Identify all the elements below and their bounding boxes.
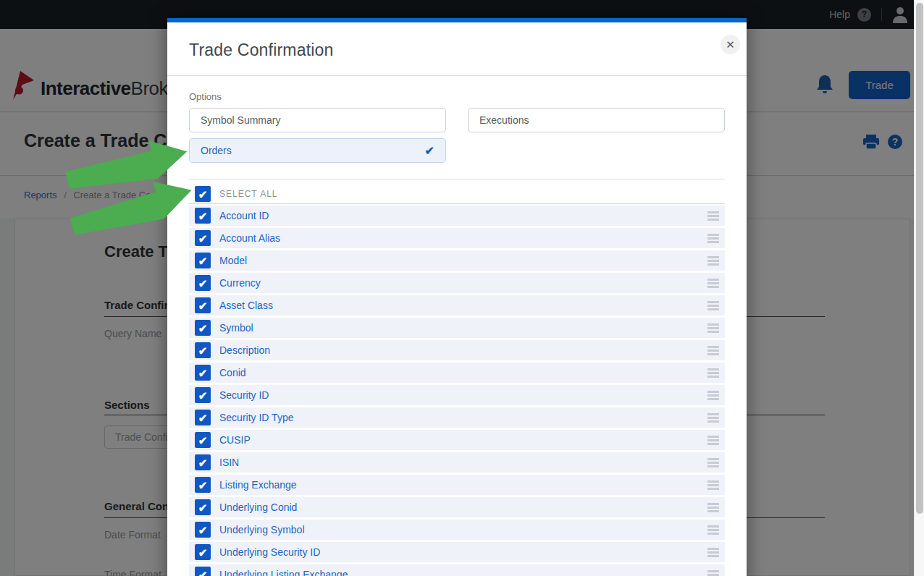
trade-confirmation-modal: Trade Confirmation ✕ Options Symbol Summ… bbox=[167, 18, 747, 576]
field-label[interactable]: Model bbox=[219, 255, 247, 266]
field-row: ✔Listing Exchange bbox=[189, 475, 725, 495]
divider bbox=[189, 179, 725, 179]
field-checkbox[interactable]: ✔ bbox=[195, 275, 211, 291]
check-icon: ✔ bbox=[198, 300, 208, 311]
field-checkbox[interactable]: ✔ bbox=[195, 253, 211, 268]
select-all-checkbox[interactable]: ✔ bbox=[195, 186, 211, 202]
field-row: ✔Asset Class bbox=[189, 295, 725, 315]
drag-handle-icon[interactable] bbox=[707, 433, 719, 448]
field-row: ✔CUSIP bbox=[189, 430, 725, 450]
drag-handle-icon[interactable] bbox=[707, 545, 719, 560]
options-label: Options bbox=[189, 91, 222, 102]
close-icon[interactable]: ✕ bbox=[721, 35, 740, 54]
field-checkbox[interactable]: ✔ bbox=[195, 320, 211, 336]
check-icon: ✔ bbox=[198, 502, 208, 513]
field-checkbox[interactable]: ✔ bbox=[195, 297, 211, 313]
option-symbol-summary[interactable]: Symbol Summary bbox=[189, 108, 446, 132]
field-checkbox[interactable]: ✔ bbox=[195, 477, 211, 493]
option-executions[interactable]: Executions bbox=[468, 108, 725, 132]
option-orders[interactable]: Orders✔ bbox=[189, 138, 446, 163]
drag-handle-icon[interactable] bbox=[707, 276, 719, 291]
field-label[interactable]: Security ID Type bbox=[219, 412, 293, 423]
modal-title: Trade Confirmation bbox=[189, 41, 334, 60]
field-checkbox[interactable]: ✔ bbox=[195, 410, 211, 425]
field-checkbox[interactable]: ✔ bbox=[195, 208, 211, 224]
field-checkbox[interactable]: ✔ bbox=[195, 365, 211, 381]
field-checkbox[interactable]: ✔ bbox=[195, 544, 211, 560]
field-label[interactable]: Underlying Security ID bbox=[219, 546, 320, 558]
field-label[interactable]: Currency bbox=[219, 277, 261, 289]
field-label[interactable]: CUSIP bbox=[219, 434, 251, 446]
drag-handle-icon[interactable] bbox=[707, 455, 719, 470]
field-label[interactable]: Account Alias bbox=[219, 232, 280, 244]
field-row: ✔Account Alias bbox=[189, 228, 725, 248]
drag-handle-icon[interactable] bbox=[707, 253, 719, 268]
divider bbox=[167, 75, 747, 76]
drag-handle-icon[interactable] bbox=[707, 410, 719, 425]
field-label[interactable]: Asset Class bbox=[219, 300, 273, 311]
select-all-label: SELECT ALL bbox=[219, 189, 278, 199]
field-checkbox[interactable]: ✔ bbox=[195, 522, 211, 538]
drag-handle-icon[interactable] bbox=[707, 522, 719, 538]
field-row: ✔Security ID Type bbox=[189, 407, 725, 428]
check-icon: ✔ bbox=[198, 547, 208, 558]
field-label[interactable]: Underlying Conid bbox=[219, 501, 297, 513]
drag-handle-icon[interactable] bbox=[707, 321, 719, 336]
scrollbar-thumb[interactable] bbox=[916, 3, 923, 514]
check-icon: ✔ bbox=[198, 233, 208, 244]
field-label[interactable]: Security ID bbox=[219, 389, 269, 401]
field-label[interactable]: Conid bbox=[219, 367, 246, 378]
drag-handle-icon[interactable] bbox=[707, 208, 719, 224]
field-label[interactable]: Symbol bbox=[219, 322, 253, 334]
option-label: Symbol Summary bbox=[201, 114, 280, 126]
field-row: ✔Underlying Security ID bbox=[189, 542, 725, 562]
field-label[interactable]: Underlying Symbol bbox=[219, 524, 305, 535]
check-icon: ✔ bbox=[198, 189, 208, 200]
field-label[interactable]: Underlying Listing Exchange bbox=[219, 569, 348, 576]
check-icon: ✔ bbox=[198, 412, 208, 423]
divider bbox=[189, 203, 725, 204]
field-row: ✔Security ID bbox=[189, 385, 725, 405]
field-checkbox[interactable]: ✔ bbox=[195, 432, 211, 448]
field-label[interactable]: ISIN bbox=[219, 457, 239, 468]
check-icon: ✔ bbox=[198, 211, 208, 221]
field-checkbox[interactable]: ✔ bbox=[195, 387, 211, 403]
drag-handle-icon[interactable] bbox=[707, 298, 719, 313]
field-list: ✔Account ID✔Account Alias✔Model✔Currency… bbox=[189, 206, 725, 576]
options-group: Symbol SummaryExecutionsOrders✔ bbox=[189, 108, 725, 163]
scrollbar-track[interactable] bbox=[914, 0, 924, 576]
check-icon: ✔ bbox=[198, 390, 208, 401]
field-row: ✔ISIN bbox=[189, 452, 725, 473]
field-checkbox[interactable]: ✔ bbox=[195, 499, 211, 515]
drag-handle-icon[interactable] bbox=[707, 343, 719, 358]
check-icon: ✔ bbox=[198, 345, 208, 356]
drag-handle-icon[interactable] bbox=[707, 388, 719, 403]
field-row: ✔Currency bbox=[189, 273, 725, 293]
check-icon: ✔ bbox=[198, 368, 208, 378]
field-label[interactable]: Listing Exchange bbox=[219, 479, 297, 491]
field-row: ✔Symbol bbox=[189, 318, 725, 338]
drag-handle-icon[interactable] bbox=[707, 478, 719, 493]
field-row: ✔Underlying Symbol bbox=[189, 520, 725, 540]
field-checkbox[interactable]: ✔ bbox=[195, 567, 211, 576]
field-row: ✔Underlying Listing Exchange bbox=[189, 564, 725, 576]
field-row: ✔Underlying Conid bbox=[189, 497, 725, 517]
field-checkbox[interactable]: ✔ bbox=[195, 342, 211, 358]
drag-handle-icon[interactable] bbox=[707, 231, 719, 246]
check-icon: ✔ bbox=[198, 569, 208, 576]
drag-handle-icon[interactable] bbox=[707, 500, 719, 515]
drag-handle-icon[interactable] bbox=[707, 365, 719, 381]
field-checkbox[interactable]: ✔ bbox=[195, 454, 211, 470]
field-row: ✔Model bbox=[189, 250, 725, 271]
check-icon: ✔ bbox=[198, 480, 208, 491]
drag-handle-icon[interactable] bbox=[707, 567, 719, 576]
field-row: ✔Conid bbox=[189, 363, 725, 383]
option-label: Executions bbox=[479, 114, 529, 126]
check-icon: ✔ bbox=[425, 144, 434, 158]
field-checkbox[interactable]: ✔ bbox=[195, 230, 211, 246]
check-icon: ✔ bbox=[198, 435, 208, 446]
select-all-row: ✔ SELECT ALL bbox=[189, 184, 725, 204]
field-label[interactable]: Description bbox=[219, 344, 270, 356]
check-icon: ✔ bbox=[198, 278, 208, 289]
field-label[interactable]: Account ID bbox=[219, 210, 269, 221]
